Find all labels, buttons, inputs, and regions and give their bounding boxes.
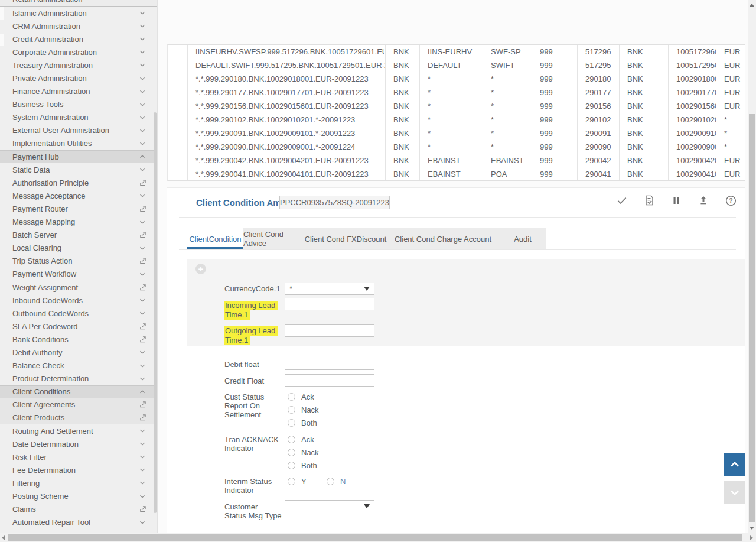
- sidebar-item-claims[interactable]: Claims: [0, 503, 157, 516]
- sidebar-item-sla-per-codeword[interactable]: SLA Per Codeword: [0, 320, 157, 333]
- sidebar-item-label: Static Data: [12, 165, 138, 174]
- sidebar-item-weight-assignment[interactable]: Weight Assignment: [0, 281, 157, 294]
- sidebar-item-balance-check[interactable]: Balance Check: [0, 359, 157, 372]
- scroll-to-top-button[interactable]: [724, 453, 745, 476]
- approve-icon[interactable]: [616, 194, 628, 206]
- currency-code-select[interactable]: *: [285, 283, 374, 295]
- sidebar-item-islamic-administration[interactable]: Islamic Administration: [0, 7, 157, 20]
- tab-clientcondition[interactable]: ClientCondition: [187, 228, 243, 249]
- sidebar-item-automated-repair-tool[interactable]: Automated Repair Tool: [0, 516, 157, 529]
- sidebar-item-label: Islamic Administration: [12, 9, 138, 18]
- sidebar-item-system-administration[interactable]: System Administration: [0, 111, 157, 124]
- sidebar-item-risk-filter[interactable]: Risk Filter: [0, 450, 157, 463]
- validate-icon[interactable]: [643, 194, 655, 206]
- table-row[interactable]: *.*.999.290090.BNK.10029009001.*-2009122…: [168, 140, 745, 154]
- sidebar-item-external-user-administration[interactable]: External User Administration: [0, 124, 157, 137]
- sidebar-item-crm-administration[interactable]: CRM Administration: [0, 20, 157, 33]
- table-row[interactable]: *.*.999.290156.BNK.10029015601.EUR-20091…: [168, 99, 745, 113]
- chevron-down-icon: [138, 9, 146, 17]
- scroll-to-bottom-button[interactable]: [724, 481, 745, 504]
- sidebar-item-trip-status-action[interactable]: Trip Status Action: [0, 255, 157, 268]
- hold-icon[interactable]: [670, 194, 682, 206]
- tab-audit[interactable]: Audit: [499, 228, 546, 249]
- sidebar-item-corporate-administration[interactable]: Corporate Administration: [0, 46, 157, 59]
- sidebar-item-filtering[interactable]: Filtering: [0, 476, 157, 489]
- sidebar-item-implementation-utilities[interactable]: Implementation Utilities: [0, 137, 157, 150]
- scrollbar-down-arrow[interactable]: [750, 527, 754, 530]
- radio-button[interactable]: [327, 478, 334, 485]
- sidebar-item-private-administration[interactable]: Private Administration: [0, 72, 157, 85]
- radio-button[interactable]: [288, 449, 295, 456]
- chevron-down-icon: [138, 518, 146, 527]
- sidebar-item-client-products[interactable]: Client Products: [0, 411, 157, 424]
- interim-status-y-option: Y: [288, 477, 307, 485]
- sidebar-item-authorisation-principle[interactable]: Authorisation Principle: [0, 176, 157, 189]
- sidebar-item-inbound-codewords[interactable]: Inbound CodeWords: [0, 294, 157, 307]
- radio-button[interactable]: [288, 478, 295, 485]
- vertical-scrollbar-thumb[interactable]: [749, 114, 755, 522]
- sidebar-item-payment-workflow[interactable]: Payment Workflow: [0, 268, 157, 281]
- help-icon[interactable]: ?: [725, 194, 737, 206]
- incoming-lead-time-input[interactable]: [285, 298, 374, 310]
- radio-button[interactable]: [288, 419, 295, 427]
- sidebar-item-debit-authority[interactable]: Debit Authority: [0, 346, 157, 359]
- debit-float-input[interactable]: [285, 358, 374, 370]
- sidebar-item-date-determination[interactable]: Date Determination: [0, 437, 157, 450]
- scrollbar-left-arrow[interactable]: [2, 535, 5, 540]
- radio-button[interactable]: [288, 393, 295, 401]
- sidebar-item-bank-conditions[interactable]: Bank Conditions: [0, 333, 157, 346]
- table-row[interactable]: DEFAULT.SWIFT.999.517295.BNK.10051729501…: [168, 59, 745, 72]
- sidebar-item-client-agreements[interactable]: Client Agreements: [0, 398, 157, 411]
- tab-client-cond-fxdiscount[interactable]: Client Cond FXDiscount: [304, 228, 387, 249]
- sidebar-item-finance-administration[interactable]: Finance Administration: [0, 85, 157, 98]
- sidebar-item-retail-administration[interactable]: Retail Administration: [0, 0, 157, 7]
- sidebar-scrollbar-thumb[interactable]: [154, 112, 157, 513]
- table-row[interactable]: *.*.999.290042.BNK.10029004201.EUR-20091…: [168, 154, 745, 167]
- chevron-down-icon: [138, 165, 146, 174]
- sidebar-item-static-data[interactable]: Static Data: [0, 163, 157, 176]
- sidebar-item-client-conditions[interactable]: Client Conditions: [0, 385, 157, 398]
- sidebar-item-local-clearing[interactable]: Local Clearing: [0, 242, 157, 255]
- customer-status-msg-select[interactable]: [285, 500, 374, 512]
- sidebar-item-business-tools[interactable]: Business Tools: [0, 98, 157, 111]
- sidebar-item-label: Batch Server: [12, 231, 138, 239]
- radio-button[interactable]: [288, 436, 295, 443]
- sidebar-item-message-acceptance[interactable]: Message Acceptance: [0, 189, 157, 202]
- chevron-down-icon: [138, 87, 146, 96]
- tab-client-cond-charge-account[interactable]: Client Cond Charge Account: [387, 228, 499, 249]
- table-row[interactable]: *.*.999.290091.BNK.10029009101.*-2009122…: [168, 126, 745, 140]
- add-row-button[interactable]: +: [195, 264, 206, 274]
- horizontal-scrollbar[interactable]: [0, 533, 756, 542]
- sidebar-item-payment-hub[interactable]: Payment Hub: [0, 150, 157, 163]
- sidebar-item-treasury-administration[interactable]: Treasury Administration: [0, 59, 157, 72]
- radio-button[interactable]: [288, 462, 295, 469]
- outgoing-lead-time-input[interactable]: [285, 324, 374, 337]
- chevron-down-icon: [138, 309, 146, 317]
- table-row[interactable]: IINSEURHV.SWFSP.999.517296.BNK.100517296…: [168, 45, 745, 59]
- radio-button[interactable]: [288, 406, 295, 414]
- upload-icon[interactable]: [698, 194, 709, 206]
- goto-icon: [138, 231, 146, 239]
- vertical-scrollbar[interactable]: [748, 0, 756, 533]
- sidebar-item-payment-router[interactable]: Payment Router: [0, 202, 157, 215]
- sidebar-item-posting-scheme[interactable]: Posting Scheme: [0, 489, 157, 502]
- sidebar-item-outbound-codewords[interactable]: Outbound CodeWords: [0, 307, 157, 320]
- row-selector-cell: [168, 167, 188, 181]
- sidebar-item-routing-and-settlement[interactable]: Routing And Settlement: [0, 424, 157, 437]
- sidebar-item-message-mapping[interactable]: Message Mapping: [0, 216, 157, 229]
- horizontal-scrollbar-thumb[interactable]: [8, 534, 742, 541]
- scrollbar-right-arrow[interactable]: [750, 535, 753, 540]
- sidebar-item-batch-server[interactable]: Batch Server: [0, 229, 157, 242]
- table-row[interactable]: *.*.999.290102.BNK.10029010201.*-2009122…: [168, 113, 745, 126]
- credit-float-input[interactable]: [285, 374, 374, 387]
- sidebar-item-product-determination[interactable]: Product Determination: [0, 372, 157, 385]
- table-row[interactable]: *.*.999.290180.BNK.10029018001.EUR-20091…: [168, 72, 745, 86]
- sidebar-item-credit-administration[interactable]: Credit Administration: [0, 33, 157, 46]
- tab-client-cond-advice[interactable]: Client Cond Advice: [243, 228, 304, 249]
- table-row[interactable]: *.*.999.290177.BNK.10029017701.EUR-20091…: [168, 86, 745, 99]
- goto-icon: [138, 505, 146, 514]
- table-row[interactable]: *.*.999.290041.BNK.10029004101.EUR-20091…: [168, 167, 745, 181]
- chevron-down-icon: [138, 192, 146, 200]
- scrollbar-up-arrow[interactable]: [750, 4, 754, 7]
- sidebar-item-fee-determination[interactable]: Fee Determination: [0, 463, 157, 476]
